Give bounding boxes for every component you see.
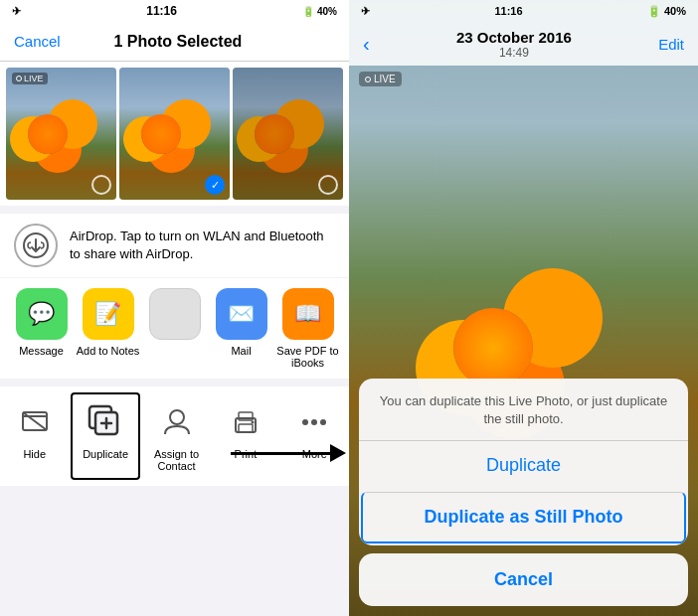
action-duplicate[interactable]: Duplicate: [71, 392, 139, 480]
svg-point-14: [311, 419, 317, 425]
action-assign[interactable]: Assign to Contact: [142, 392, 211, 480]
right-airplane-icon: ✈: [361, 5, 370, 18]
print-icon: [222, 400, 269, 444]
photo-date: 23 October 2016: [456, 29, 572, 46]
share-apps-row: 💬 Message 📝 Add to Notes ✉️ Mail 📖 Save …: [0, 278, 349, 379]
dialog-cancel-button[interactable]: Cancel: [359, 553, 688, 606]
hide-icon: [11, 400, 59, 444]
cancel-button[interactable]: Cancel: [14, 33, 61, 50]
photo-time: 14:49: [456, 46, 572, 60]
airdrop-label: AirDrop. Tap to turn on WLAN and Bluetoo…: [70, 228, 335, 263]
assign-contact-icon: [153, 400, 201, 444]
app-mail[interactable]: ✉️ Mail: [208, 288, 274, 369]
dialog-card: You can duplicate this Live Photo, or ju…: [359, 379, 688, 545]
select-circle-3[interactable]: [318, 175, 338, 195]
duplicate-still-button[interactable]: Duplicate as Still Photo: [361, 492, 686, 543]
app-mail-label: Mail: [231, 345, 251, 357]
live-badge-right: LIVE: [359, 72, 402, 86]
right-status-bar: ✈ 11:16 🔋 40%: [349, 0, 698, 22]
arrow-annotation: [231, 444, 346, 462]
empty-icon: [149, 288, 201, 340]
mail-icon: ✉️: [216, 288, 267, 340]
action-hide[interactable]: Hide: [0, 392, 69, 480]
right-panel: ✈ 11:16 🔋 40% ‹ 23 October 2016 14:49 Ed…: [349, 0, 698, 616]
svg-point-12: [251, 421, 254, 424]
action-more[interactable]: More: [280, 392, 349, 480]
select-circle-1[interactable]: [91, 175, 111, 195]
svg-point-8: [170, 410, 184, 424]
live-badge-1: LIVE: [12, 73, 48, 84]
photo-thumb-2[interactable]: ✓: [119, 68, 230, 200]
duplicate-button[interactable]: Duplicate: [359, 441, 688, 490]
app-books-label: Save PDF to iBooks: [274, 345, 341, 369]
airdrop-section[interactable]: AirDrop. Tap to turn on WLAN and Bluetoo…: [0, 214, 349, 277]
svg-point-13: [302, 419, 308, 425]
left-airplane-icon: ✈: [12, 5, 21, 18]
photo-thumb-1[interactable]: LIVE: [6, 68, 116, 200]
left-status-bar: ✈ 11:16 🔋 40%: [0, 0, 349, 22]
left-time: 11:16: [146, 4, 177, 18]
action-hide-label: Hide: [23, 448, 46, 460]
photo-thumb-3[interactable]: [233, 68, 343, 200]
page-title: 1 Photo Selected: [113, 33, 242, 51]
airdrop-icon: [14, 224, 58, 267]
app-notes[interactable]: 📝 Add to Notes: [75, 288, 141, 369]
edit-button[interactable]: Edit: [658, 36, 684, 53]
action-duplicate-label: Duplicate: [83, 448, 128, 460]
right-time: 11:16: [494, 5, 522, 17]
action-print[interactable]: Print: [211, 392, 279, 480]
app-message-label: Message: [19, 345, 64, 357]
app-books[interactable]: 📖 Save PDF to iBooks: [274, 288, 341, 369]
right-nav-bar: ‹ 23 October 2016 14:49 Edit: [349, 22, 698, 66]
left-panel: ✈ 11:16 🔋 40% Cancel 1 Photo Selected LI…: [0, 0, 349, 616]
notes-icon: 📝: [83, 288, 134, 340]
left-nav-bar: Cancel 1 Photo Selected: [0, 22, 349, 62]
duplicate-icon: [82, 400, 129, 444]
dialog-overlay: You can duplicate this Live Photo, or ju…: [349, 379, 698, 616]
svg-point-15: [320, 419, 326, 425]
svg-line-3: [23, 412, 47, 430]
left-battery: 🔋 40%: [302, 6, 337, 17]
books-icon: 📖: [282, 288, 334, 340]
back-button[interactable]: ‹: [363, 33, 370, 56]
photo-date-time: 23 October 2016 14:49: [456, 29, 572, 60]
right-battery: 🔋 40%: [647, 5, 686, 18]
dialog-message: You can duplicate this Live Photo, or ju…: [359, 379, 688, 441]
app-empty: [141, 288, 208, 369]
app-message[interactable]: 💬 Message: [8, 288, 75, 369]
app-notes-label: Add to Notes: [77, 345, 140, 357]
message-icon: 💬: [16, 288, 68, 340]
action-assign-label: Assign to Contact: [146, 448, 207, 472]
action-row: Hide Duplicate Assign to Con: [0, 386, 349, 486]
more-icon: [290, 400, 338, 444]
photos-strip: LIVE ✓: [0, 62, 349, 206]
svg-rect-10: [239, 424, 253, 432]
select-circle-2[interactable]: ✓: [205, 175, 225, 195]
